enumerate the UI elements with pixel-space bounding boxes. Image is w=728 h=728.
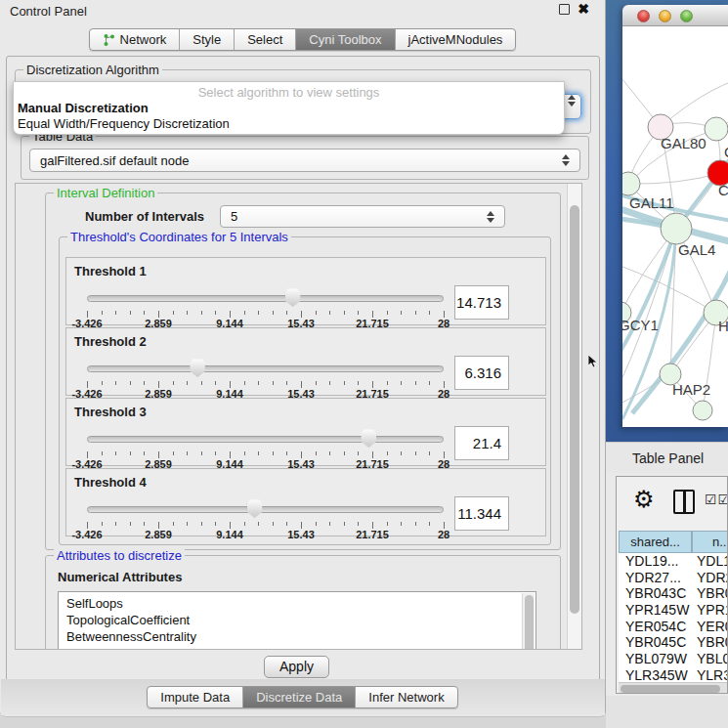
- select-columns-icon[interactable]: ☑☑: [705, 492, 728, 507]
- table-row[interactable]: YDR27...YDR2: [619, 570, 728, 586]
- slider-tick: [144, 381, 145, 385]
- column-header-shared-name[interactable]: shared...: [619, 531, 692, 553]
- slider-tick: [115, 451, 116, 455]
- table-row[interactable]: YLR345WYLR3: [619, 667, 728, 682]
- bottom-tab-impute-data[interactable]: Impute Data: [148, 687, 243, 707]
- table-row[interactable]: YBL079WYBL0: [619, 651, 728, 667]
- slider-tick: [429, 311, 430, 315]
- slider-tick: [344, 522, 345, 526]
- slider-tick: [158, 311, 159, 318]
- settings-scroll-viewport: Interval Definition Number of Intervals …: [15, 183, 582, 650]
- network-node-label: H: [718, 318, 728, 334]
- bottom-tabbar: Impute DataDiscretize DataInfer Network: [0, 686, 605, 708]
- close-traffic-light-icon[interactable]: [637, 10, 650, 22]
- column-header-name[interactable]: n...: [692, 531, 728, 553]
- slider-tick: [415, 381, 416, 385]
- slider-tick: [301, 381, 302, 388]
- slider-tick: [401, 522, 402, 526]
- slider-track[interactable]: [87, 436, 444, 443]
- tab-cyni-toolbox[interactable]: Cyni Toolbox: [296, 29, 395, 50]
- network-node[interactable]: [693, 401, 712, 420]
- table-row[interactable]: YPR145WYPR1: [619, 602, 728, 619]
- table-horizontal-scrollbar[interactable]: [619, 682, 728, 694]
- slider-tick: [401, 311, 402, 315]
- table-cell-name: YPR1: [692, 602, 728, 619]
- table-row[interactable]: YBR045CYBR0: [619, 634, 728, 651]
- network-node-gal4[interactable]: [661, 213, 692, 244]
- slider-track[interactable]: [87, 365, 444, 372]
- threshold-value-field[interactable]: 11.344: [454, 496, 509, 531]
- vertical-scrollbar[interactable]: [567, 184, 581, 649]
- slider-tick: [115, 522, 116, 526]
- slider-tick: [316, 381, 317, 385]
- slider-handle[interactable]: [285, 288, 301, 307]
- slider-tick: [415, 522, 416, 526]
- table-row[interactable]: YDL19...YDL1: [619, 553, 728, 570]
- threshold-slider[interactable]: -3.4262.8599.14415.4321.71528: [87, 500, 444, 537]
- minimize-traffic-light-icon[interactable]: [659, 10, 671, 22]
- slider-tick: [258, 381, 259, 385]
- slider-tick: [87, 311, 88, 318]
- slider-tick: [286, 451, 287, 455]
- slider-tick: [444, 311, 445, 318]
- attribute-item-betweennesscentrality[interactable]: BetweennessCentrality: [66, 628, 535, 645]
- slider-handle[interactable]: [190, 359, 205, 377]
- threshold-slider[interactable]: -3.4262.8599.14415.4321.71528: [87, 430, 444, 467]
- slider-tick: [329, 311, 330, 315]
- attributes-list-scrollbar[interactable]: [522, 593, 535, 650]
- slider-tick: [173, 381, 174, 385]
- slider-tick: [87, 381, 88, 388]
- network-canvas[interactable]: GAL80GACGAL11GAL4GCY1HHAP2: [622, 26, 728, 427]
- slider-tick: [230, 311, 231, 318]
- tab-jactivemnodules[interactable]: jActiveMNodules: [396, 29, 516, 50]
- threshold-slider[interactable]: -3.4262.8599.14415.4321.71528: [87, 289, 444, 326]
- number-of-intervals-value: 5: [231, 209, 237, 224]
- slider-tick: [316, 451, 317, 455]
- threshold-slider[interactable]: -3.4262.8599.14415.4321.71528: [87, 360, 444, 397]
- bottom-tab-infer-network[interactable]: Infer Network: [356, 687, 456, 707]
- slider-tick: [173, 311, 174, 315]
- tab-style[interactable]: Style: [180, 29, 235, 50]
- tab-network[interactable]: Network: [90, 29, 181, 50]
- bottom-tab-discretize-data[interactable]: Discretize Data: [243, 687, 356, 707]
- slider-tick: [429, 522, 430, 526]
- slider-tick: [158, 451, 159, 458]
- attribute-item-topologicalcoefficient[interactable]: TopologicalCoefficient: [66, 612, 535, 628]
- gear-icon[interactable]: ⚙: [633, 486, 655, 513]
- algorithm-option-manual-discretization[interactable]: Manual Discretization: [14, 100, 564, 115]
- table-row[interactable]: YER054CYER0: [619, 619, 728, 635]
- slider-handle[interactable]: [247, 499, 263, 518]
- tab-select[interactable]: Select: [235, 29, 296, 50]
- tab-label: Network: [120, 32, 167, 47]
- network-node-ga[interactable]: [705, 117, 728, 141]
- threshold-value-field[interactable]: 21.4: [454, 426, 509, 460]
- attribute-item-selfloops[interactable]: SelfLoops: [66, 595, 535, 612]
- algorithm-option-equal-width-frequency-discretization[interactable]: Equal Width/Frequency Discretization: [14, 115, 564, 131]
- number-of-intervals-combobox[interactable]: 5: [220, 205, 505, 228]
- zoom-traffic-light-icon[interactable]: [680, 10, 693, 22]
- bottom-tab-group: Impute DataDiscretize DataInfer Network: [147, 686, 457, 708]
- table-row[interactable]: YBR043CYBR0: [619, 585, 728, 602]
- network-node-gal11[interactable]: [622, 172, 640, 195]
- control-panel-titlebar: Control Panel ✖: [0, 0, 605, 21]
- slider-tick: [286, 311, 287, 315]
- slider-tick: [201, 311, 202, 315]
- slider-tick: [215, 311, 216, 315]
- threshold-value-field[interactable]: 6.316: [454, 356, 509, 390]
- slider-tick-label: 9.144: [216, 529, 243, 540]
- slider-tick: [344, 311, 345, 315]
- table-data-combobox[interactable]: galFiltered.sif default node: [29, 149, 580, 172]
- close-icon[interactable]: ✖: [578, 4, 589, 15]
- slider-track[interactable]: [87, 506, 444, 513]
- split-columns-icon[interactable]: [673, 490, 695, 514]
- apply-button[interactable]: Apply: [264, 656, 329, 678]
- slider-track[interactable]: [87, 295, 444, 302]
- slider-tick: [258, 311, 259, 315]
- threshold-value-field[interactable]: 14.713: [454, 285, 509, 320]
- table-panel-title: Table Panel: [632, 450, 704, 466]
- float-window-icon[interactable]: [559, 4, 570, 15]
- slider-tick: [372, 451, 373, 458]
- slider-handle[interactable]: [361, 429, 376, 448]
- table-cell-shared-name: YDL19...: [619, 553, 692, 570]
- slider-tick: [401, 381, 402, 385]
